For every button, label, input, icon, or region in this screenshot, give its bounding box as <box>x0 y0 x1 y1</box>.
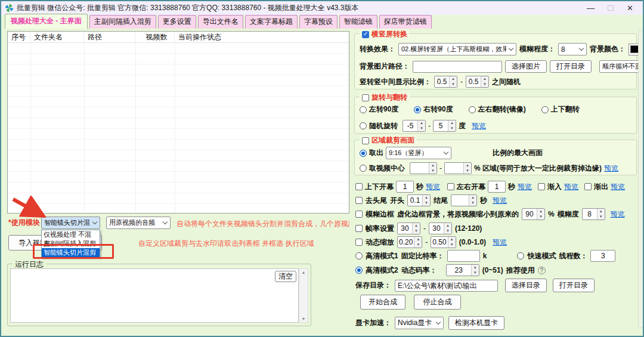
spin-up-icon[interactable]: ▲ <box>418 120 425 126</box>
fast-mode-radio[interactable] <box>517 252 524 259</box>
zoom-min-spinner[interactable]: 0.20 ▲▼ <box>397 236 422 248</box>
fade-in-preview-link[interactable]: 预览 <box>564 182 578 192</box>
ratio-min-spinner[interactable]: 0.5 ▲▼ <box>434 76 457 88</box>
ratio-max-spinner[interactable]: 0.5 ▲▼ <box>466 76 489 88</box>
stop-compose-button[interactable]: 停止合成 <box>414 295 461 310</box>
spin-up-icon[interactable]: ▲ <box>537 209 544 214</box>
crop-checkbox[interactable] <box>362 137 369 144</box>
effect-select[interactable]: 02.横屏转竖屏（上下高斯模糊，效果2） <box>398 43 516 55</box>
tab-interval-mix[interactable]: 主副间隔插入混剪 <box>89 15 156 29</box>
spin-down-icon[interactable]: ▼ <box>469 200 476 206</box>
detect-gpu-button[interactable]: 检测本机显卡 <box>448 316 504 330</box>
spin-down-icon[interactable]: ▼ <box>444 228 451 234</box>
hd-mode2-radio[interactable] <box>355 267 363 274</box>
rotate-left-radio[interactable] <box>360 106 367 113</box>
spin-up-icon[interactable]: ▲ <box>448 237 456 242</box>
col-header-count[interactable]: 视频数 <box>135 32 175 42</box>
blur-border-degree-spinner[interactable]: 8 ▲▼ <box>582 208 605 220</box>
tab-shop-filter[interactable]: 探店带货滤镜 <box>379 15 432 29</box>
open-horizontal-checkbox[interactable] <box>447 183 454 190</box>
choose-dir-button[interactable]: 选择目录 <box>505 279 547 292</box>
gpu-select[interactable]: Nvidia显卡 <box>395 317 444 329</box>
module-select[interactable]: 智能镜头切片混剪 <box>41 217 100 229</box>
open-image-dir-button[interactable]: 打开目录 <box>550 60 592 73</box>
spin-up-icon[interactable]: ▲ <box>469 195 476 200</box>
spin-down-icon[interactable]: ▼ <box>464 168 471 174</box>
scroll-up-icon[interactable]: ▲ <box>302 270 306 274</box>
table-body[interactable] <box>8 43 349 213</box>
random-rotate-radio[interactable] <box>360 122 367 129</box>
spin-down-icon[interactable]: ▼ <box>418 126 425 131</box>
spin-down-icon[interactable]: ▼ <box>537 214 544 219</box>
folder-table[interactable]: 序号 文件夹名 路径 视频数 当前操作状态 <box>7 31 349 214</box>
tab-caption-title[interactable]: 文案字幕标题 <box>245 15 298 29</box>
fps-checkbox[interactable] <box>355 225 363 232</box>
crop-ratio-select[interactable]: 9:16（竖屏） <box>386 147 451 159</box>
threads-input[interactable]: 3 <box>590 250 615 262</box>
tab-smart-filter[interactable]: 智能滤镜 <box>339 15 377 29</box>
spin-up-icon[interactable]: ▲ <box>429 163 436 168</box>
zoom-max-spinner[interactable]: 0.50 ▲▼ <box>431 236 456 248</box>
spin-up-icon[interactable]: ▲ <box>464 163 471 168</box>
open-dir-button[interactable]: 打开目录 <box>553 279 595 292</box>
rotate-max-spinner[interactable]: 5 ▲▼ <box>433 120 456 132</box>
help-icon[interactable]: ? <box>538 267 546 274</box>
run-log-textarea[interactable]: 清空 <box>10 268 299 323</box>
spin-down-icon[interactable]: ▼ <box>413 228 420 234</box>
col-header-index[interactable]: 序号 <box>8 32 30 42</box>
video-center-radio[interactable] <box>360 165 367 172</box>
spin-down-icon[interactable]: ▼ <box>448 126 456 131</box>
minimize-icon[interactable]: — <box>587 2 595 14</box>
audio-select[interactable]: 用原视频的音频 <box>106 217 171 229</box>
rotate-preview-link[interactable]: 预览 <box>472 121 486 131</box>
spin-down-icon[interactable]: ▼ <box>448 242 456 248</box>
open-horizontal-input[interactable]: 1 <box>488 181 506 193</box>
fade-out-checkbox[interactable] <box>584 183 592 190</box>
rotate-min-spinner[interactable]: -5 ▲▼ <box>402 120 426 132</box>
spin-up-icon[interactable]: ▲ <box>450 76 457 82</box>
image-loop-select[interactable]: 顺序循环不重复 <box>599 60 644 73</box>
rotate-checkbox[interactable] <box>362 94 369 101</box>
maximize-icon[interactable] <box>608 5 614 11</box>
spin-down-icon[interactable]: ▼ <box>423 200 430 206</box>
fade-in-checkbox[interactable] <box>538 183 545 190</box>
fade-out-preview-link[interactable]: 预览 <box>611 182 625 192</box>
screen-convert-checkbox[interactable] <box>362 31 369 38</box>
crop-preview-link[interactable]: 预览 <box>604 163 618 174</box>
log-scrollbar[interactable]: ▲ ▼ <box>299 268 308 323</box>
tab-subtitle-preset[interactable]: 字幕预设 <box>299 15 338 29</box>
blur-level-select[interactable]: 8 <box>558 43 587 55</box>
spin-up-icon[interactable]: ▲ <box>423 195 430 200</box>
dynamic-zoom-checkbox[interactable] <box>355 239 363 246</box>
col-header-folder[interactable]: 文件夹名 <box>30 32 84 42</box>
blur-border-preview-link[interactable]: 预览 <box>611 209 625 219</box>
start-compose-button[interactable]: 开始合成 <box>360 295 405 310</box>
spin-up-icon[interactable]: ▲ <box>414 237 422 242</box>
spin-down-icon[interactable]: ▼ <box>472 270 479 276</box>
center-max-spinner[interactable]: ▲▼ <box>444 162 472 174</box>
crf-spinner[interactable]: 23 ▲▼ <box>446 264 479 276</box>
open-vertical-checkbox[interactable] <box>355 183 363 190</box>
spin-up-icon[interactable]: ▲ <box>444 223 451 228</box>
tab-main[interactable]: 视频处理大全 - 主界面 <box>5 14 88 29</box>
trim-preview-link[interactable]: 预览 <box>493 196 507 206</box>
open-vertical-input[interactable]: 1 <box>396 181 414 193</box>
module-option-1[interactable]: 仅视频处理 不混剪 <box>42 230 100 239</box>
bg-image-path-input[interactable] <box>413 61 502 73</box>
fps-min-spinner[interactable]: 30 ▲▼ <box>397 222 420 234</box>
scroll-down-icon[interactable]: ▼ <box>302 317 306 321</box>
flip-radio[interactable] <box>541 106 549 113</box>
trim-start-spinner[interactable]: 0.1 ▲▼ <box>407 194 431 206</box>
fps-max-spinner[interactable]: 30 ▲▼ <box>429 222 452 234</box>
save-dir-input[interactable]: E:\公众号\素材\测试\输出 <box>395 280 498 292</box>
center-min-spinner[interactable]: ▲▼ <box>410 162 437 174</box>
right-scrollbar[interactable] <box>638 30 643 328</box>
rotate-right-radio[interactable] <box>414 106 421 113</box>
blur-border-checkbox[interactable] <box>355 211 363 218</box>
spin-up-icon[interactable]: ▲ <box>448 120 456 126</box>
close-icon[interactable]: ✕ <box>627 2 633 14</box>
trim-checkbox[interactable] <box>355 197 363 204</box>
zoom-preview-link[interactable]: 预览 <box>493 237 507 248</box>
spin-up-icon[interactable]: ▲ <box>481 76 488 82</box>
tab-more-settings[interactable]: 更多设置 <box>158 15 196 29</box>
